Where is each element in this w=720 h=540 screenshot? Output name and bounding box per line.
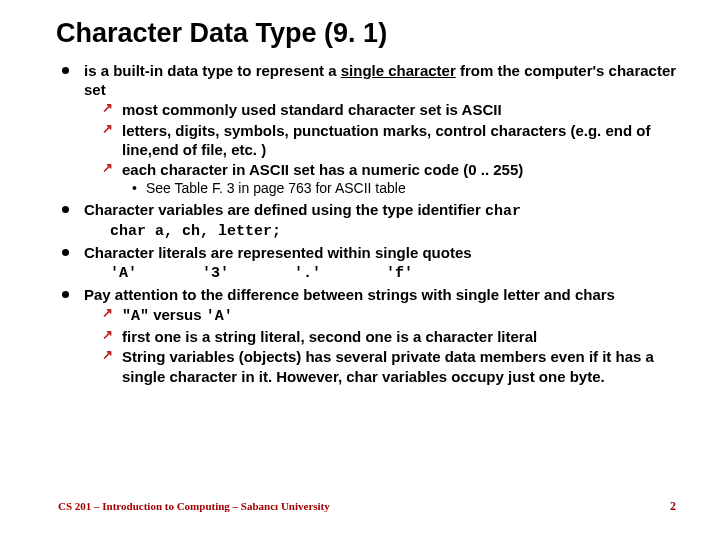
sub-list: most commonly used standard character se… [84,100,684,179]
slide: Character Data Type (9. 1) is a built-in… [0,0,720,540]
bullet-2: Character variables are defined using th… [58,200,684,241]
bullet-1: is a built-in data type to represent a s… [58,61,684,198]
sub-item: "A" versus 'A' [102,305,684,326]
footer-text: CS 201 – Introduction to Computing – Sab… [58,500,330,512]
sub-item: String variables (objects) has several p… [102,347,684,385]
code-line: char a, ch, letter; [84,222,684,241]
literal: '3' [202,264,229,283]
text-underline: single character [341,62,456,79]
sub-list: "A" versus 'A' first one is a string lit… [84,305,684,386]
sub-item: letters, digits, symbols, punctuation ma… [102,121,684,159]
slide-title: Character Data Type (9. 1) [56,18,684,49]
text: Character variables are defined using th… [84,201,485,218]
literal-row: 'A' '3' '.' 'f' [84,264,684,283]
subsub-item: See Table F. 3 in page 763 for ASCII tab… [132,180,684,198]
literal: 'A' [206,308,233,325]
sub-item: most commonly used standard character se… [102,100,684,119]
text: Character literals are represented withi… [84,244,472,261]
inline-code: char [485,203,521,220]
text: versus [149,306,206,323]
literal: "A" [122,308,149,325]
footer: CS 201 – Introduction to Computing – Sab… [58,499,684,514]
sub-item: each character in ASCII set has a numeri… [102,160,684,179]
text: is a built-in data type to represent a [84,62,341,79]
subsub-list: See Table F. 3 in page 763 for ASCII tab… [84,180,684,198]
page-number: 2 [670,499,676,514]
literal: '.' [294,264,321,283]
literal: 'A' [110,264,137,283]
bullet-3: Character literals are represented withi… [58,243,684,282]
sub-item: first one is a string literal, second on… [102,327,684,346]
bullet-4: Pay attention to the difference between … [58,285,684,386]
bullet-list: is a built-in data type to represent a s… [58,61,684,386]
literal: 'f' [386,264,413,283]
slide-content: is a built-in data type to represent a s… [58,61,684,386]
text: Pay attention to the difference between … [84,286,615,303]
